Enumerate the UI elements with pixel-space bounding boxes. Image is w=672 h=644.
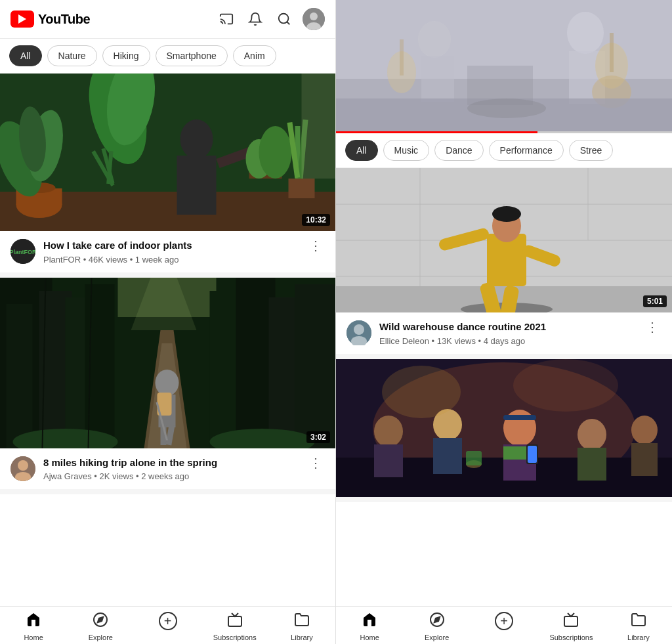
thumbnail-hiking[interactable]: 3:02 [0,278,335,448]
nav-explore-right[interactable]: Explore [403,612,470,641]
left-video-list: 10:32 PlantFOR How I take care of indoor… [0,74,335,606]
progress-bar-container[interactable] [336,131,672,133]
svg-rect-61 [228,616,242,626]
svg-rect-43 [269,297,299,448]
video-item-plants: 10:32 PlantFOR How I take care of indoor… [0,74,335,278]
chip-hiking[interactable]: Hiking [102,45,150,66]
svg-rect-110 [528,446,537,463]
svg-rect-44 [295,284,336,448]
svg-rect-121 [564,616,578,626]
duration-dance: 5:01 [643,295,667,307]
home-icon-left [26,612,41,632]
youtube-logo[interactable]: YouTube [10,11,90,28]
playing-thumbnail[interactable] [336,0,672,131]
svg-rect-104 [433,438,462,474]
add-icon-left: + [159,612,177,630]
channel-avatar-plantfor[interactable]: PlantFOR [10,239,35,264]
svg-point-88 [492,206,521,222]
chip-street-right[interactable]: Stree [569,140,613,161]
video-details-plants: How I take care of indoor plants PlantFO… [43,239,299,265]
video-meta-hiking: Ajwa Graves • 2K views • 2 weeks ago [43,471,299,481]
left-bottom-nav: Home Explore + Subscriptions [0,606,335,644]
chip-music-right[interactable]: Music [383,140,430,161]
svg-text:PlantFOR: PlantFOR [10,249,35,255]
svg-rect-37 [66,297,89,448]
nav-subscriptions-left[interactable]: Subscriptions [201,612,268,641]
nav-library-left[interactable]: Library [268,612,335,641]
more-options-dance[interactable]: ⋮ [643,320,662,333]
svg-point-57 [18,460,28,471]
left-filter-row: All Nature Hiking Smartphone Anim [0,39,335,74]
user-avatar[interactable] [303,8,325,30]
video-title-dance: Wild warehouse dance routine 2021 [379,320,635,333]
right-video-list: 5:01 Wild warehouse dance routine 2021 E… [336,168,672,606]
nav-home-left[interactable]: Home [0,612,67,641]
nav-subs-label-left: Subscriptions [213,633,257,641]
svg-point-113 [631,416,658,444]
svg-marker-60 [98,617,103,622]
svg-rect-114 [631,443,658,476]
chip-performance-right[interactable]: Performance [489,140,564,161]
more-options-hiking[interactable]: ⋮ [306,456,325,469]
chip-all[interactable]: All [9,45,42,66]
nav-explore-label-right: Explore [425,633,449,641]
duration-hiking: 3:02 [306,431,330,443]
chip-anim[interactable]: Anim [233,45,276,66]
svg-marker-120 [434,617,439,622]
video-meta-plants: PlantFOR • 46K views • 1 week ago [43,255,299,265]
nav-library-right[interactable]: Library [605,612,672,641]
svg-line-2 [287,22,289,24]
video-details-hiking: 8 miles hiking trip alone in the spring … [43,456,299,482]
chip-dance-right[interactable]: Dance [434,140,483,161]
search-icon[interactable] [274,9,295,30]
nav-home-label-left: Home [24,633,43,641]
chip-all-right[interactable]: All [345,140,378,161]
svg-rect-118 [466,451,482,465]
video-item-hiking: 3:02 8 miles hiking trip alone in the sp… [0,278,335,495]
nav-add-right[interactable]: + [471,612,537,641]
nav-add-left[interactable]: + [134,612,201,641]
right-filter-row: All Music Dance Performance Stree [336,133,672,168]
thumbnail-dance[interactable]: 5:01 [336,168,672,312]
right-playing-area [336,0,672,133]
left-panel: YouTube [0,0,336,644]
svg-point-21 [259,126,292,179]
right-panel: All Music Dance Performance Stree [336,0,672,644]
svg-point-111 [578,419,606,450]
channel-avatar-ellice[interactable] [346,320,371,345]
right-bottom-nav: Home Explore + Subscriptions [336,606,672,644]
chip-smartphone[interactable]: Smartphone [156,45,228,66]
nav-subscriptions-right[interactable]: Subscriptions [537,612,604,641]
video-details-dance: Wild warehouse dance routine 2021 Ellice… [379,320,635,346]
video-item-group [336,359,672,502]
nav-subs-label-right: Subscriptions [549,633,593,641]
add-icon-right: + [495,612,513,630]
subscriptions-icon-right [563,612,579,632]
svg-point-64 [567,12,604,54]
svg-rect-22 [289,179,315,198]
svg-point-16 [180,119,213,159]
svg-point-116 [513,359,618,412]
video-item-dance: 5:01 Wild warehouse dance routine 2021 E… [336,168,672,359]
svg-rect-26 [302,74,336,179]
video-title-hiking: 8 miles hiking trip alone in the spring [43,456,299,469]
youtube-icon [10,11,34,28]
library-icon-left [294,612,310,632]
nav-home-right[interactable]: Home [336,612,403,641]
chip-nature[interactable]: Nature [47,45,97,66]
video-info-hiking: 8 miles hiking trip alone in the spring … [0,448,335,490]
channel-avatar-ajwa[interactable] [10,456,35,481]
svg-point-115 [382,366,461,418]
home-icon-right [362,612,377,632]
more-options-plants[interactable]: ⋮ [306,239,325,252]
svg-point-47 [156,370,179,396]
svg-rect-112 [578,448,606,481]
nav-explore-left[interactable]: Explore [67,612,134,641]
bell-icon[interactable] [245,9,266,30]
cast-icon[interactable] [216,9,237,30]
thumbnail-plants[interactable]: 10:32 [0,74,335,231]
video-title-plants: How I take care of indoor plants [43,239,299,252]
thumbnail-group[interactable] [336,359,672,497]
video-meta-dance: Ellice Deleon • 13K views • 4 days ago [379,336,635,346]
nav-explore-label-left: Explore [89,633,113,641]
